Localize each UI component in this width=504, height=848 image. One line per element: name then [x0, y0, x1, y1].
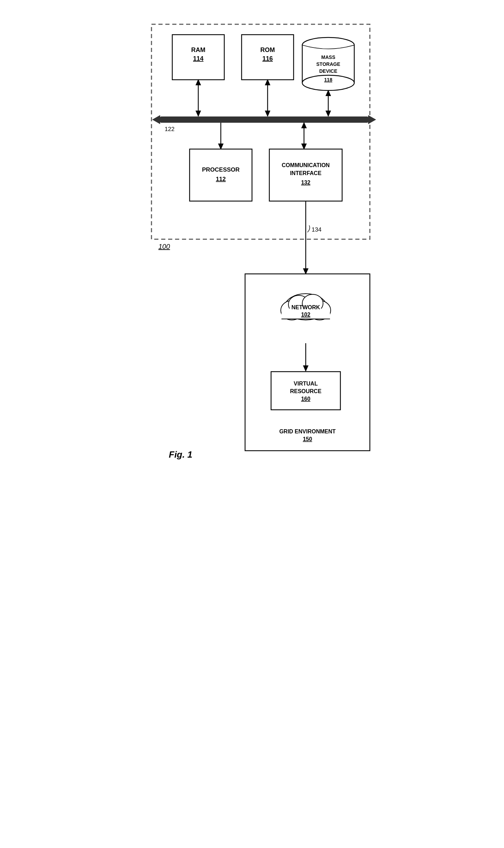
svg-text:NETWORK: NETWORK [292, 304, 320, 310]
bus-bar [160, 116, 368, 123]
mass-storage-label1: MASS [321, 54, 335, 60]
system-diagram: 100 RAM 114 ROM 116 MASS STORAGE DEVICE … [141, 17, 384, 485]
system-label: 100 [158, 243, 170, 250]
comm-interface-ref: 132 [301, 180, 311, 185]
diagram-container: 100 RAM 114 ROM 116 MASS STORAGE DEVICE … [131, 7, 373, 496]
processor-box [190, 149, 252, 201]
bus-label: 122 [165, 126, 174, 132]
grid-env-label: GRID ENVIRONMENT [279, 429, 336, 434]
ram-label: RAM [191, 46, 206, 53]
processor-label: PROCESSOR [202, 166, 240, 173]
virtual-resource-label1: VIRTUAL [294, 381, 318, 387]
fig-label: Fig. 1 [169, 449, 192, 460]
processor-ref: 112 [216, 176, 226, 182]
rom-label: ROM [260, 46, 275, 53]
rom-ref: 116 [262, 55, 273, 62]
comm-interface-label2: INTERFACE [290, 170, 322, 176]
mass-storage-ref: 118 [324, 77, 332, 83]
virtual-resource-label2: RESOURCE [290, 388, 322, 394]
mass-storage-label2: STORAGE [316, 61, 340, 67]
grid-env-ref: 150 [303, 436, 312, 442]
comm-interface-label1: COMMUNICATION [282, 162, 330, 168]
ram-ref: 114 [193, 55, 203, 62]
link-134-label: 134 [312, 226, 321, 233]
svg-text:102: 102 [301, 312, 311, 318]
mass-storage-label3: DEVICE [319, 68, 337, 74]
virtual-resource-ref: 160 [301, 396, 311, 402]
bus-arrow-right [368, 115, 376, 124]
